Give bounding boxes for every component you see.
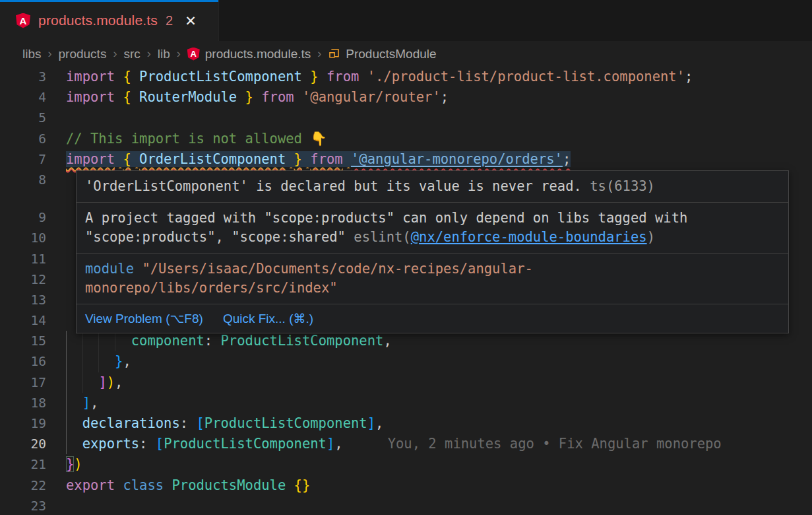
indent-guide [66,372,67,393]
tab-problems-badge: 2 [166,13,173,28]
line-number[interactable]: 3 [0,67,46,87]
hover-text: eslint( [354,229,410,245]
angular-file-icon: A [16,13,30,28]
hover-text: ts(6133) [582,178,655,194]
hover-text: "/Users/isaac/Documents/code/nx-recipes/… [85,261,533,296]
angular-file-icon: A [187,48,200,61]
code-line-content[interactable]: ], [66,393,812,413]
hover-message: 'OrderListComponent' is declared but its… [77,171,788,202]
chevron-right-icon: › [147,47,151,61]
breadcrumb-symbol[interactable]: ProductsModule [328,47,436,61]
breadcrumb-file[interactable]: A products.module.ts [187,47,311,61]
indent-guide [98,331,99,351]
close-icon[interactable]: ✕ [185,14,197,28]
tab-products-module[interactable]: A products.module.ts 2 ✕ [0,0,219,41]
breadcrumb: libs›products›src›lib› A products.module… [0,41,812,67]
indent-guide [66,393,67,413]
indent-guide [66,413,67,434]
tab-bar: A products.module.ts 2 ✕ [0,0,812,41]
code-line-content[interactable]: import { ProductListComponent } from './… [66,67,812,87]
chevron-right-icon: › [113,47,117,61]
git-blame-annotation: You, 2 minutes ago • Fix Angular monorep… [388,436,722,452]
indent-guide [82,372,83,393]
code-line[interactable]: 7import { OrderListComponent } from '@an… [0,149,812,170]
chevron-right-icon: › [48,47,52,61]
line-number[interactable]: 20 [0,434,46,454]
code-line-content[interactable]: export class ProductsModule {} [66,475,812,496]
line-number[interactable]: 5 [0,108,46,128]
code-line-content[interactable]: declarations: [ProductListComponent], [66,413,812,434]
view-problem-action[interactable]: View Problem (⌥F8) [85,310,203,327]
code-editor[interactable]: 3import { ProductListComponent } from '.… [0,67,812,515]
line-number[interactable]: 22 [0,475,46,496]
code-line[interactable]: 18 ], [0,393,812,413]
code-line[interactable]: 16 }, [0,351,812,372]
code-line-content[interactable]: }) [66,454,812,475]
code-line[interactable]: 22export class ProductsModule {} [0,475,812,496]
code-line[interactable]: 23 [0,496,812,515]
code-line-content[interactable]: import { OrderListComponent } from '@ang… [66,149,812,170]
code-line-content[interactable]: exports: [ProductListComponent],You, 2 m… [66,434,812,454]
line-number[interactable]: 13 [0,290,46,310]
indent-guide [98,351,99,372]
line-number[interactable]: 4 [0,87,46,108]
line-number[interactable]: 7 [0,149,46,170]
breadcrumb-symbol-label: ProductsModule [346,47,436,61]
line-number[interactable]: 8 [0,170,46,190]
eslint-rule-link[interactable]: @nx/enforce-module-boundaries [411,229,647,245]
line-number[interactable]: 21 [0,454,46,475]
code-line-content[interactable]: // This import is not allowed 👇 [66,129,812,149]
line-number[interactable]: 10 [0,228,46,248]
breadcrumb-item-lib[interactable]: lib [158,47,170,61]
code-line[interactable]: 19 declarations: [ProductListComponent], [0,413,812,434]
breadcrumb-item-src[interactable]: src [123,47,140,61]
quick-fix-action[interactable]: Quick Fix... (⌘.) [223,310,313,327]
code-line-content[interactable]: ]), [66,372,812,393]
line-number[interactable]: 16 [0,351,46,372]
indent-guide [82,351,83,372]
code-line[interactable]: 15 component: ProductListComponent, [0,331,812,351]
code-line[interactable]: 5 [0,108,812,128]
code-line[interactable]: 21}) [0,454,812,475]
indent-guide [66,434,67,454]
indent-guide [66,331,67,351]
line-number[interactable]: 11 [0,249,46,269]
line-number[interactable]: 19 [0,413,46,434]
breadcrumb-file-label: products.module.ts [205,47,311,61]
code-line-content[interactable]: import { RouterModule } from '@angular/r… [66,87,812,108]
line-number[interactable]: 17 [0,372,46,393]
line-number[interactable]: 15 [0,331,46,351]
chevron-right-icon: › [317,47,321,61]
code-line[interactable]: 6// This import is not allowed 👇 [0,129,812,149]
code-line-content[interactable] [66,108,812,128]
tab-title: products.module.ts [38,13,158,28]
code-line[interactable]: 20 exports: [ProductListComponent],You, … [0,434,812,454]
diagnostic-hover-tooltip: 'OrderListComponent' is declared but its… [76,170,789,333]
hover-text: module [85,261,142,277]
hover-text: ) [647,229,655,245]
chevron-right-icon: › [177,47,181,61]
hover-message: A project tagged with "scope:products" c… [77,202,788,253]
error-underlined-statement: import { OrderListComponent } from '@ang… [66,151,571,167]
hover-actions: View Problem (⌥F8)Quick Fix... (⌘.) [77,304,788,333]
line-number[interactable]: 18 [0,393,46,413]
line-number[interactable]: 23 [0,496,46,515]
line-number[interactable]: 12 [0,269,46,290]
code-line[interactable]: 3import { ProductListComponent } from '.… [0,67,812,87]
line-number[interactable]: 6 [0,129,46,149]
hover-message: module "/Users/isaac/Documents/code/nx-r… [77,253,788,304]
code-line-content[interactable]: component: ProductListComponent, [66,331,812,351]
breadcrumb-item-libs[interactable]: libs [22,47,42,61]
code-line[interactable]: 4import { RouterModule } from '@angular/… [0,87,812,108]
breadcrumb-item-products[interactable]: products [59,47,107,61]
code-line[interactable]: 17 ]), [0,372,812,393]
indent-guide [82,331,83,351]
code-line-content[interactable] [66,496,812,515]
indent-guide [115,331,115,351]
class-symbol-icon [328,48,340,60]
code-line-content[interactable]: }, [66,351,812,372]
hover-text: 'OrderListComponent' is declared but its… [85,178,582,194]
line-number[interactable]: 14 [0,310,46,331]
indent-guide [66,351,67,372]
line-number[interactable]: 9 [0,207,46,228]
